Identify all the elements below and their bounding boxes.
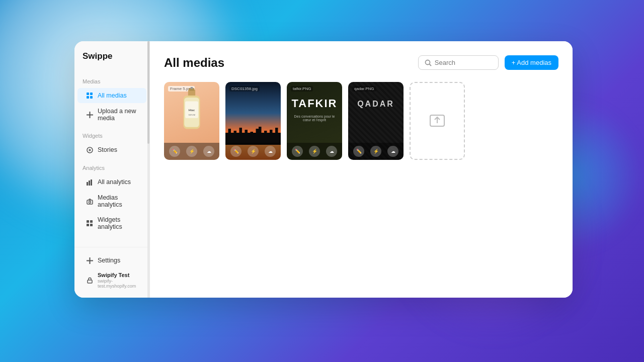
cloud-btn-3[interactable]: ☁ xyxy=(326,146,337,157)
search-icon xyxy=(425,59,432,66)
lightning-btn-2[interactable]: ⚡ xyxy=(248,146,259,157)
svg-rect-0 xyxy=(87,93,89,95)
svg-rect-12 xyxy=(87,200,93,204)
sidebar-item-label: All analytics xyxy=(98,178,131,186)
grid-icon xyxy=(86,92,94,100)
add-media-button[interactable]: + Add medias xyxy=(505,55,558,70)
lightning-btn-3[interactable]: ⚡ xyxy=(309,146,320,157)
qadar-title: QADAR xyxy=(357,100,394,109)
sidebar-item-all-analytics[interactable]: All analytics xyxy=(77,174,146,190)
camera-icon xyxy=(86,197,94,205)
svg-rect-25 xyxy=(191,87,193,89)
header-actions: + Add medias xyxy=(418,55,558,70)
cloud-btn-1[interactable]: ☁ xyxy=(203,146,214,157)
sidebar-item-label: Settings xyxy=(98,257,120,264)
svg-rect-17 xyxy=(90,224,93,226)
sidebar-item-stories[interactable]: Stories xyxy=(77,142,146,157)
media-card-3[interactable]: tafkir.PNG TAFKIR Des conversations pour… xyxy=(287,82,342,160)
svg-point-13 xyxy=(89,201,91,203)
sidebar-item-label: Upload a new media xyxy=(98,108,138,122)
cloud-btn-2[interactable]: ☁ xyxy=(265,146,276,157)
svg-rect-14 xyxy=(87,220,89,223)
svg-text:SERUM: SERUM xyxy=(188,114,195,116)
edit-btn-3[interactable]: ✏️ xyxy=(292,146,303,157)
edit-btn-4[interactable]: ✏️ xyxy=(353,146,364,157)
svg-rect-11 xyxy=(91,179,92,186)
plus-settings-icon xyxy=(86,256,94,264)
page-title: All medias xyxy=(164,56,224,70)
sidebar-section-medias: Medias xyxy=(74,71,149,87)
media-card-1[interactable]: Frame 5.png Htac SERUM ✏️ ⚡ xyxy=(164,82,219,160)
sidebar-item-upload-media[interactable]: Upload a new media xyxy=(77,104,146,125)
sidebar-bottom: Settings Swipify Test swipify-test.mysho… xyxy=(74,247,149,293)
bottle-illustration: Htac SERUM xyxy=(178,87,206,135)
sidebar: Swippe Medias All medias Upload xyxy=(74,41,150,298)
tafkir-subtitle: Des conversations pour lecœur et l'espri… xyxy=(292,115,337,122)
svg-rect-16 xyxy=(87,224,89,226)
svg-text:Htac: Htac xyxy=(189,109,195,112)
svg-point-21 xyxy=(425,60,430,64)
media-card-4[interactable]: qadar.PNG QADAR ✏️ ⚡ ☁ xyxy=(348,82,404,160)
sidebar-item-label: Stories xyxy=(98,146,117,153)
card-filename-2: DSC01358.jpg xyxy=(229,86,260,92)
sidebar-item-store[interactable]: Swipify Test swipify-test.myshopify.com xyxy=(77,268,146,292)
sidebar-section-widgets: Widgets xyxy=(74,126,149,142)
main-header: All medias + Add medias xyxy=(164,55,558,70)
svg-rect-3 xyxy=(90,96,93,99)
sidebar-item-all-medias[interactable]: All medias xyxy=(77,88,146,103)
card-filename-3: tafkir.PNG xyxy=(291,86,313,92)
card-3-actions: ✏️ ⚡ ☁ xyxy=(287,143,342,160)
edit-btn-1[interactable]: ✏️ xyxy=(169,146,180,157)
sidebar-item-label: Medias analytics xyxy=(98,194,138,208)
search-input[interactable] xyxy=(435,59,492,66)
sidebar-section-analytics: Analytics xyxy=(74,158,149,174)
svg-rect-2 xyxy=(87,96,89,99)
svg-line-22 xyxy=(429,64,431,66)
card-filename-4: qadar.PNG xyxy=(352,86,376,92)
lock-icon xyxy=(86,277,94,285)
plus-circle-icon xyxy=(86,146,94,154)
search-box[interactable] xyxy=(418,55,499,70)
app-window: Swippe Medias All medias Upload xyxy=(74,41,573,298)
sidebar-item-label: Widgets analytics xyxy=(98,216,138,230)
card-2-actions: ✏️ ⚡ ☁ xyxy=(225,143,281,160)
svg-rect-15 xyxy=(90,220,93,223)
edit-btn-2[interactable]: ✏️ xyxy=(230,146,242,157)
sidebar-item-widgets-analytics[interactable]: Widgets analytics xyxy=(77,213,146,234)
svg-rect-19 xyxy=(87,260,93,261)
tafkir-title: TAFKIR xyxy=(291,97,337,110)
widgets-icon xyxy=(86,219,94,227)
svg-rect-5 xyxy=(87,114,93,115)
main-content: All medias + Add medias Frame 5.png xyxy=(150,41,573,298)
lightning-btn-4[interactable]: ⚡ xyxy=(370,146,381,157)
card-1-actions: ✏️ ⚡ ☁ xyxy=(164,143,219,160)
card-4-actions: ✏️ ⚡ ☁ xyxy=(348,143,404,160)
media-grid: Frame 5.png Htac SERUM ✏️ ⚡ xyxy=(164,82,558,160)
store-url: swipify-test.myshopify.com xyxy=(98,279,138,289)
sidebar-item-label: All medias xyxy=(98,92,127,99)
sidebar-item-medias-analytics[interactable]: Medias analytics xyxy=(77,191,146,212)
svg-rect-10 xyxy=(89,180,90,186)
bar-chart-icon xyxy=(86,178,94,186)
sidebar-item-settings[interactable]: Settings xyxy=(77,253,146,268)
lightning-btn-1[interactable]: ⚡ xyxy=(186,146,197,157)
app-logo: Swippe xyxy=(74,51,149,71)
plus-icon xyxy=(86,111,94,119)
upload-placeholder-card[interactable] xyxy=(410,82,465,160)
svg-rect-9 xyxy=(87,182,88,186)
svg-rect-20 xyxy=(88,280,92,283)
media-card-2[interactable]: DSC01358.jpg ✏️ ⚡ ☁ xyxy=(225,82,281,160)
store-name: Swipify Test xyxy=(98,272,138,278)
upload-icon xyxy=(429,111,445,131)
svg-rect-1 xyxy=(90,93,93,95)
cloud-btn-4[interactable]: ☁ xyxy=(387,146,398,157)
